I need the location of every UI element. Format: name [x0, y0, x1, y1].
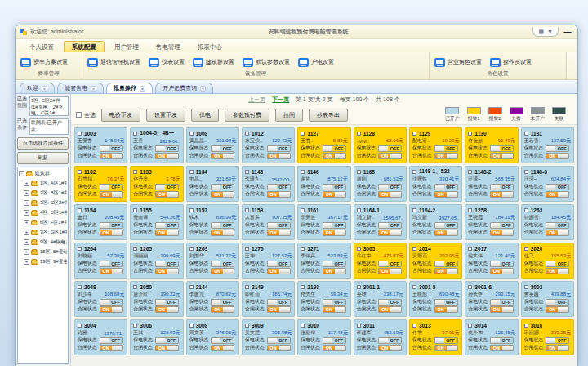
- card-checkbox[interactable]: [301, 285, 305, 289]
- card-checkbox[interactable]: [468, 247, 472, 251]
- switch-status-toggle[interactable]: ON: [490, 153, 514, 159]
- style-switcher[interactable]: ▦ ▼: [532, 27, 559, 37]
- switch-status-toggle[interactable]: ON: [211, 268, 234, 274]
- card-checkbox[interactable]: [189, 132, 194, 136]
- meter-card[interactable]: 3016 宋丽娜 339.25元 保电状态 OFF: [521, 319, 574, 355]
- power-protect-toggle[interactable]: OFF: [323, 145, 346, 152]
- meter-card[interactable]: 1008 黄晶晶.. 331.08元 保电状态 OFF: [186, 127, 239, 163]
- collapse-icon[interactable]: -: [19, 171, 24, 176]
- card-checkbox[interactable]: [468, 170, 472, 174]
- power-protect-toggle[interactable]: OFF: [434, 184, 458, 190]
- tree-item[interactable]: + 6区: F区1#井 (1: [19, 219, 67, 226]
- filter-button[interactable]: 点击选择过滤条件: [17, 137, 69, 150]
- card-checkbox[interactable]: [357, 170, 361, 174]
- power-protect-toggle[interactable]: OFF: [155, 184, 179, 190]
- action-button[interactable]: 保电: [191, 109, 219, 122]
- card-checkbox[interactable]: [78, 132, 82, 136]
- meter-card[interactable]: 1129 配电富.. 19.23元 保电状态 OFF: [409, 127, 462, 163]
- power-protect-toggle[interactable]: OFF: [323, 222, 346, 229]
- card-checkbox[interactable]: [412, 324, 416, 328]
- card-checkbox[interactable]: [133, 132, 137, 136]
- refresh-button[interactable]: 刷新: [17, 152, 69, 164]
- card-checkbox[interactable]: [412, 247, 416, 251]
- switch-status-toggle[interactable]: ON: [323, 306, 346, 313]
- card-checkbox[interactable]: [133, 324, 137, 328]
- power-protect-toggle[interactable]: OFF: [434, 222, 458, 229]
- switch-status-toggle[interactable]: ON: [267, 306, 291, 313]
- meter-card[interactable]: 1128 -MM.. 68.06元 保电状态 OFF: [354, 127, 407, 163]
- card-checkbox[interactable]: [412, 132, 416, 136]
- switch-status-toggle[interactable]: ON: [100, 345, 123, 351]
- switch-status-toggle[interactable]: ON: [434, 268, 458, 274]
- expand-icon[interactable]: +: [24, 230, 29, 235]
- card-checkbox[interactable]: [78, 285, 82, 289]
- power-protect-toggle[interactable]: OFF: [546, 184, 569, 190]
- power-protect-toggle[interactable]: OFF: [490, 184, 514, 190]
- card-checkbox[interactable]: [245, 324, 249, 328]
- card-checkbox[interactable]: [301, 170, 305, 174]
- power-protect-toggle[interactable]: OFF: [267, 299, 291, 306]
- switch-status-toggle[interactable]: ON: [490, 191, 514, 198]
- document-tab[interactable]: 开户记费查询 ×: [155, 83, 213, 93]
- prev-page-link[interactable]: 上一页: [248, 96, 265, 104]
- switch-status-toggle[interactable]: ON: [378, 268, 402, 274]
- switch-status-toggle[interactable]: ON: [323, 268, 346, 274]
- switch-status-toggle[interactable]: ON: [490, 345, 514, 351]
- meter-card[interactable]: 1146 谢协.. 875.12元 保电状态 OFF: [297, 166, 350, 202]
- switch-status-toggle[interactable]: ON: [323, 230, 346, 236]
- switch-status-toggle[interactable]: ON: [211, 345, 234, 351]
- switch-status-toggle[interactable]: ON: [434, 191, 458, 198]
- meter-card[interactable]: 1127 王春.. 5.83元 保电状态 OFF: [297, 127, 350, 163]
- power-protect-toggle[interactable]: OFF: [211, 222, 234, 229]
- meter-card[interactable]: 1004-5、4B一 王燕 2329.66.. 保电状态 OFF: [130, 127, 183, 163]
- meter-card[interactable]: 1148-3 汪泽~ 624.84元 保电状态 OFF: [521, 166, 574, 202]
- select-all-checkbox[interactable]: [76, 112, 82, 118]
- card-checkbox[interactable]: [412, 170, 416, 174]
- meter-card[interactable]: 1258 王晓霞 184.31元 保电状态 OFF: [465, 204, 518, 240]
- switch-status-toggle[interactable]: ON: [546, 345, 569, 351]
- card-checkbox[interactable]: [468, 208, 472, 212]
- close-icon[interactable]: ×: [200, 86, 206, 92]
- expand-icon[interactable]: +: [24, 200, 29, 206]
- power-protect-toggle[interactable]: OFF: [378, 184, 402, 190]
- meter-card[interactable]: 1263 特娜雪.. 184.45元 保电状态 OFF: [521, 204, 574, 240]
- power-protect-toggle[interactable]: OFF: [100, 222, 123, 229]
- ribbon-button[interactable]: 营业角色设置: [434, 58, 482, 67]
- tree-item[interactable]: + 7区: G区1#井: [19, 229, 67, 236]
- meter-card[interactable]: 1134 韦晶.. 321.83元 保电状态 OFF: [186, 166, 239, 202]
- meter-card[interactable]: 1131 王若香.. 137.59元 保电状态 OFF: [521, 127, 574, 163]
- meter-card[interactable]: 1165 谢刚 681.52元 保电状态 OFF: [354, 166, 407, 202]
- card-checkbox[interactable]: [357, 132, 361, 136]
- meter-card[interactable]: 3002 曾英越 439.88元 保电状态 OFF: [521, 281, 574, 317]
- meter-card[interactable]: 2020 佳飞 155.53元 保电状态 OFF: [521, 243, 574, 279]
- card-checkbox[interactable]: [524, 285, 528, 289]
- switch-status-toggle[interactable]: ON: [434, 345, 458, 351]
- power-protect-toggle[interactable]: OFF: [323, 184, 346, 190]
- action-button[interactable]: 设置下发: [146, 109, 185, 122]
- card-checkbox[interactable]: [245, 170, 249, 174]
- card-checkbox[interactable]: [245, 285, 249, 289]
- switch-status-toggle[interactable]: ON: [100, 153, 123, 159]
- meter-card[interactable]: 1270 王坤.. 127.57元 保电状态 OFF: [242, 243, 295, 279]
- power-protect-toggle[interactable]: OFF: [490, 261, 514, 267]
- meter-card[interactable]: 1159 大富多 907.35元 保电状态 OFF: [242, 204, 295, 240]
- card-checkbox[interactable]: [468, 324, 472, 328]
- card-checkbox[interactable]: [78, 247, 82, 251]
- ribbon-button[interactable]: 通信管理机设置: [87, 58, 140, 67]
- power-protect-toggle[interactable]: OFF: [323, 261, 346, 267]
- power-protect-toggle[interactable]: OFF: [546, 222, 569, 229]
- card-checkbox[interactable]: [524, 324, 528, 328]
- document-tab[interactable]: 能管售电 ×: [57, 83, 104, 93]
- card-checkbox[interactable]: [468, 285, 472, 289]
- ribbon-button[interactable]: 默认参数设置: [243, 58, 290, 67]
- expand-icon[interactable]: +: [24, 190, 29, 196]
- ribbon-button[interactable]: 费率方案设置: [20, 58, 68, 67]
- card-checkbox[interactable]: [245, 132, 249, 136]
- power-protect-toggle[interactable]: OFF: [267, 261, 291, 267]
- card-checkbox[interactable]: [524, 170, 528, 174]
- tree-item[interactable]: + 2区: B区1#井(8): [19, 190, 67, 197]
- power-protect-toggle[interactable]: OFF: [267, 337, 291, 344]
- power-protect-toggle[interactable]: OFF: [490, 299, 514, 306]
- switch-status-toggle[interactable]: ON: [100, 191, 123, 198]
- close-icon[interactable]: ×: [42, 86, 47, 92]
